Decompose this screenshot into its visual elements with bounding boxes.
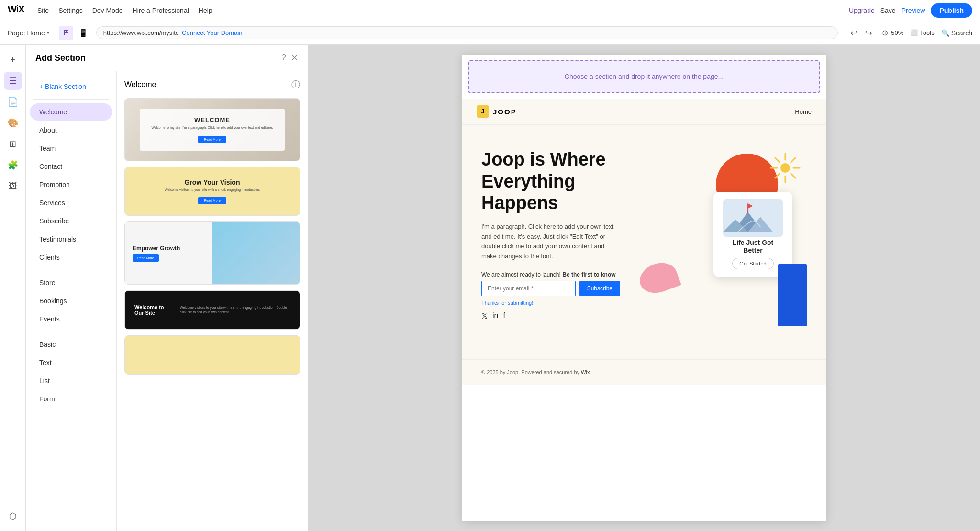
email-input[interactable]: [481, 281, 576, 296]
tpl-empower-left: Empower Growth Read More: [125, 222, 212, 284]
sidebar-item-form[interactable]: Form: [30, 390, 112, 408]
zoom-level: 50%: [891, 29, 903, 36]
svg-line-6: [775, 158, 780, 162]
chevron-down-icon: ▾: [47, 30, 49, 35]
panel-title: Add Section: [35, 53, 86, 63]
save-button[interactable]: Save: [880, 7, 896, 14]
nav-help[interactable]: Help: [199, 7, 212, 14]
preview-button[interactable]: Preview: [902, 7, 925, 14]
tpl-grow-text: Welcome visitors to your site with a sho…: [165, 188, 260, 191]
panel-header-icons: ? ✕: [281, 53, 298, 63]
tpl-empower-bg: Empower Growth Read More: [125, 222, 300, 284]
template-welcome-sand[interactable]: WELCOME Welcome to my site. I'm a paragr…: [124, 98, 300, 161]
tpl-dark-bg: Welcome to Our Site Welcome visitors to …: [125, 291, 300, 329]
page-selector[interactable]: Page: Home ▾: [8, 29, 49, 37]
tools-button[interactable]: ⬜ Tools: [910, 29, 934, 36]
url-actions: ↩ ↪ ⊕ 50% ⬜ Tools 🔍 Search: [847, 27, 972, 39]
section-list: + Blank Section Welcome About Team Conta…: [26, 71, 117, 531]
get-started-button[interactable]: Get Started: [732, 258, 773, 269]
tpl-grow-btn[interactable]: Read More: [198, 197, 226, 204]
site-home-link[interactable]: Home: [795, 108, 812, 115]
desktop-icon[interactable]: 🖥: [59, 26, 73, 40]
top-nav-items: Site Settings Dev Mode Hire a Profession…: [37, 7, 212, 14]
site-logo-icon: J: [477, 105, 489, 118]
svg-line-9: [775, 174, 780, 178]
template-dark[interactable]: Welcome to Our Site Welcome visitors to …: [124, 290, 300, 330]
upgrade-button[interactable]: Upgrade: [849, 7, 875, 14]
pages-icon[interactable]: 📄: [4, 93, 22, 111]
redo-button[interactable]: ↪: [862, 27, 875, 39]
sidebar-item-clients[interactable]: Clients: [30, 249, 112, 266]
blank-section-item[interactable]: + Blank Section: [30, 78, 112, 95]
sidebar-item-services[interactable]: Services: [30, 194, 112, 211]
blank-section-label: + Blank Section: [39, 83, 86, 90]
sidebar-item-store[interactable]: Store: [30, 274, 112, 291]
sidebar-item-promotion[interactable]: Promotion: [30, 176, 112, 193]
template-grow-yellow[interactable]: Grow Your Vision Welcome visitors to you…: [124, 167, 300, 216]
top-navigation: WiX Site Settings Dev Mode Hire a Profes…: [0, 0, 980, 21]
footer-wix-link[interactable]: Wix: [581, 369, 590, 375]
sidebar-item-contact[interactable]: Contact: [30, 158, 112, 175]
template-yellow-partial[interactable]: [124, 335, 300, 375]
sidebar-item-list[interactable]: List: [30, 372, 112, 389]
layers-icon[interactable]: ⬡: [4, 507, 22, 525]
sidebar-item-subscribe[interactable]: Subscribe: [30, 212, 112, 230]
sidebar-item-team[interactable]: Team: [30, 140, 112, 157]
nav-settings[interactable]: Settings: [58, 7, 83, 14]
sidebar-item-basic[interactable]: Basic: [30, 336, 112, 353]
connect-domain-link[interactable]: Connect Your Domain: [182, 29, 242, 36]
sidebar-item-testimonials[interactable]: Testimonials: [30, 231, 112, 248]
tpl-welcome-btn[interactable]: Read More: [198, 136, 226, 143]
template-empower-split[interactable]: Empower Growth Read More: [124, 221, 300, 285]
sidebar-item-about[interactable]: About: [30, 122, 112, 139]
sidebar-item-welcome[interactable]: Welcome: [30, 103, 112, 121]
zoom-control[interactable]: ⊕ 50%: [882, 28, 903, 37]
info-icon[interactable]: ⓘ: [291, 79, 300, 90]
hero-description: I'm a paragraph. Click here to add your …: [481, 222, 620, 262]
twitter-icon[interactable]: 𝕏: [481, 311, 488, 321]
sections-icon[interactable]: ☰: [4, 72, 22, 90]
zoom-icon: ⊕: [882, 28, 888, 37]
help-icon[interactable]: ?: [281, 53, 286, 63]
list-divider: [33, 99, 109, 100]
nav-hire[interactable]: Hire a Professional: [133, 7, 189, 14]
sidebar-item-text[interactable]: Text: [30, 354, 112, 371]
undo-button[interactable]: ↩: [847, 27, 860, 39]
tpl-grow-title: Grow Your Vision: [165, 178, 260, 186]
plugins-icon[interactable]: 🧩: [4, 156, 22, 174]
site-logo-name: JOOP: [493, 108, 517, 116]
publish-button[interactable]: Publish: [931, 3, 972, 18]
tpl-dark-right: Welcome visitors to your site with a sho…: [180, 305, 290, 315]
search-label: Search: [951, 29, 972, 37]
sidebar-item-events[interactable]: Events: [30, 310, 112, 328]
templates-area: Welcome ⓘ WELCOME Welcome to my site. I'…: [117, 71, 308, 531]
theme-icon[interactable]: 🎨: [4, 114, 22, 132]
device-icons: 🖥 📱: [59, 26, 90, 40]
hero-section: Joop is Where Everything Happens I'm a p…: [462, 125, 826, 359]
facebook-icon[interactable]: f: [503, 311, 505, 321]
url-text: https://www.wix.com/mysite: [103, 29, 179, 36]
search-icon: 🔍: [941, 29, 949, 37]
nav-site[interactable]: Site: [37, 7, 49, 14]
hero-launch-text: We are almost ready to launch! Be the fi…: [481, 271, 620, 278]
linkedin-icon[interactable]: in: [492, 311, 498, 321]
templates-header: Welcome ⓘ: [124, 79, 300, 90]
nav-devmode[interactable]: Dev Mode: [92, 7, 123, 14]
apps-icon[interactable]: ⊞: [4, 135, 22, 153]
search-button[interactable]: 🔍 Search: [941, 29, 972, 37]
tools-icon: ⬜: [910, 29, 918, 36]
mobile-icon[interactable]: 📱: [76, 26, 90, 40]
tools-label: Tools: [920, 29, 934, 36]
add-section-icon[interactable]: +: [4, 51, 22, 69]
drop-zone[interactable]: Choose a section and drop it anywhere on…: [468, 60, 820, 93]
site-preview: Choose a section and drop it anywhere on…: [462, 55, 826, 521]
url-bar: Page: Home ▾ 🖥 📱 https://www.wix.com/mys…: [0, 21, 980, 45]
close-icon[interactable]: ✕: [291, 53, 298, 63]
media-icon[interactable]: 🖼: [4, 177, 22, 195]
thanks-text: Thanks for submitting!: [481, 300, 620, 306]
tpl-empower-btn[interactable]: Read More: [133, 254, 159, 262]
sidebar-item-bookings[interactable]: Bookings: [30, 292, 112, 310]
url-bar-input[interactable]: https://www.wix.com/mysite Connect Your …: [96, 26, 838, 39]
undo-redo: ↩ ↪: [847, 27, 875, 39]
subscribe-button[interactable]: Subscribe: [579, 281, 620, 296]
